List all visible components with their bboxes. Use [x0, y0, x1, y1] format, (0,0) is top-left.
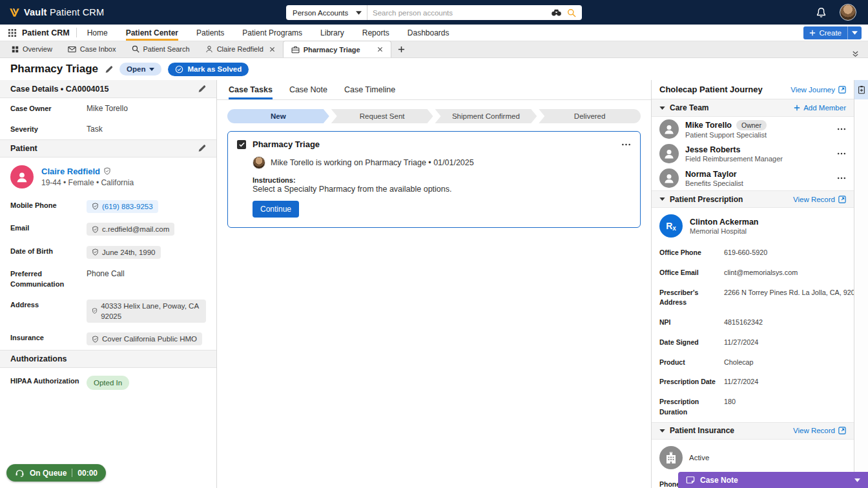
tab-label: Patient Search [143, 45, 190, 53]
app-launcher-icon[interactable] [8, 28, 17, 37]
insurance-chip: Cover California Public HMO [87, 332, 202, 345]
double-chevron-down-icon [852, 50, 859, 57]
shield-icon [92, 203, 99, 210]
field-prescription-date: Prescription Date 11/27/2024 [652, 372, 854, 392]
insurance-summary: Active [652, 440, 854, 474]
member-name: Mike Torello [685, 121, 732, 130]
on-queue-status-pill[interactable]: On Queue 00:00 [6, 464, 106, 482]
view-prescription-link[interactable]: View Record [793, 196, 846, 203]
nav-item-patient-programs[interactable]: Patient Programs [242, 25, 302, 41]
nav-item-patients[interactable]: Patients [196, 25, 224, 41]
nav-item-reports[interactable]: Reports [362, 25, 389, 41]
insurance-title: Patient Insurance [670, 426, 734, 435]
add-member-link[interactable]: Add Member [794, 104, 846, 112]
create-button[interactable]: Create [803, 26, 847, 39]
field-address: Address 40333 Helix Lane, Poway, CA 9202… [0, 294, 216, 327]
task-menu-icon[interactable] [621, 143, 631, 146]
case-status-dropdown[interactable]: Open [119, 63, 161, 76]
tab-case-inbox[interactable]: Case Inbox [60, 41, 124, 57]
stage-request-sent[interactable]: Request Sent [331, 109, 433, 123]
member-menu-icon[interactable] [837, 152, 846, 155]
field-label: Case Owner [10, 103, 87, 114]
member-menu-icon[interactable] [837, 128, 846, 130]
nav-item-patient-center[interactable]: Patient Center [126, 25, 178, 41]
search-icon[interactable] [567, 8, 576, 17]
field-label: Date Signed [659, 337, 724, 348]
tab-overview[interactable]: Overview [4, 41, 60, 57]
collapse-tabs-button[interactable] [847, 50, 864, 57]
field-label: Office Email [659, 267, 724, 278]
page-header: Pharmacy Triage Open Mark as Solved [0, 58, 868, 80]
field-value: Task [87, 123, 103, 135]
tab-case-note[interactable]: Case Note [289, 80, 327, 99]
nav-item-home[interactable]: Home [87, 25, 108, 41]
view-journey-link[interactable]: View Journey [790, 86, 846, 94]
person-icon [205, 45, 213, 53]
collapse-caret-icon[interactable] [659, 107, 665, 110]
patient-name-link[interactable]: Claire Redfield [41, 167, 134, 176]
edit-title-pencil-icon[interactable] [105, 65, 113, 74]
field-insurance: Insurance Cover California Public HMO [0, 327, 216, 350]
field-prescription-duration: Prescription Duration 180 [652, 392, 854, 422]
nav-item-dashboards[interactable]: Dashboards [408, 25, 450, 41]
tab-patient-search[interactable]: Patient Search [124, 41, 198, 57]
patient-meta: 19-44 • Female • California [41, 178, 134, 187]
view-insurance-link[interactable]: View Record [793, 427, 846, 434]
headset-icon [15, 469, 25, 477]
notifications-bell-icon[interactable] [816, 7, 827, 18]
tab-claire-redfield[interactable]: Claire Redfield [198, 41, 283, 57]
right-utility-strip [854, 80, 868, 488]
stage-delivered[interactable]: Delivered [539, 109, 641, 123]
field-value: Mike Torello [87, 103, 128, 114]
field-mobile-phone: Mobile Phone (619) 883-9253 [0, 195, 216, 218]
close-tab-icon[interactable] [377, 46, 383, 52]
note-icon [686, 476, 695, 484]
prescription-section-header: Patient Prescription View Record [652, 190, 854, 208]
external-link-icon [838, 427, 846, 434]
shield-verified-icon [103, 167, 111, 175]
authorizations-title: Authorizations [10, 354, 67, 363]
stage-shipment-confirmed[interactable]: Shipment Confirmed [435, 109, 537, 123]
case-details-panel: Case Details • CA0004015 Case Owner Mike… [0, 80, 217, 488]
collapse-caret-icon[interactable] [659, 198, 665, 201]
chevron-down-icon[interactable] [854, 478, 860, 482]
field-value: clint@memorialsys.com [724, 267, 798, 278]
field-date-signed: Date Signed 11/27/2024 [652, 332, 854, 352]
email-chip[interactable]: c.redfield@mail.com [87, 223, 174, 236]
collapse-caret-icon[interactable] [659, 429, 665, 432]
journey-clipboard-toggle[interactable] [854, 80, 868, 99]
stage-new[interactable]: New [227, 109, 329, 123]
field-label: Severity [10, 123, 87, 135]
create-dropdown-button[interactable] [847, 26, 862, 39]
edit-case-pencil-icon[interactable] [198, 85, 206, 93]
new-tab-button[interactable] [391, 41, 411, 57]
member-name: Norma Taylor [685, 170, 737, 179]
case-note-docked-bar[interactable]: Case Note [678, 472, 868, 488]
continue-button[interactable]: Continue [253, 201, 299, 218]
person-icon [663, 123, 676, 136]
tab-pharmacy-triage[interactable]: Pharmacy Triage [283, 41, 391, 57]
member-role: Benefits Specialist [685, 179, 743, 187]
member-avatar [659, 168, 679, 188]
task-checkbox[interactable] [237, 140, 246, 149]
mark-as-solved-button[interactable]: Mark as Solved [168, 63, 249, 76]
prescriber-org: Memorial Hospital [690, 227, 759, 235]
search-scope-dropdown[interactable]: Person Accounts [286, 5, 367, 20]
field-severity: Severity Task [0, 119, 216, 139]
user-avatar[interactable] [840, 4, 856, 21]
member-menu-icon[interactable] [837, 177, 846, 179]
search-input[interactable] [367, 9, 551, 17]
nav-item-library[interactable]: Library [320, 25, 344, 41]
close-tab-icon[interactable] [269, 46, 275, 52]
person-icon [663, 172, 676, 185]
tab-case-tasks[interactable]: Case Tasks [229, 80, 273, 99]
external-link-icon [838, 196, 846, 203]
edit-patient-pencil-icon[interactable] [198, 144, 206, 152]
phone-link[interactable]: (619) 883-9253 [87, 200, 158, 213]
patient-section-title: Patient [10, 144, 37, 153]
binoculars-icon[interactable] [551, 8, 562, 17]
view-record-label: View Record [793, 196, 835, 203]
check-circle-icon [175, 65, 183, 74]
tab-case-timeline[interactable]: Case Timeline [344, 80, 395, 99]
owner-badge: Owner [736, 120, 767, 130]
